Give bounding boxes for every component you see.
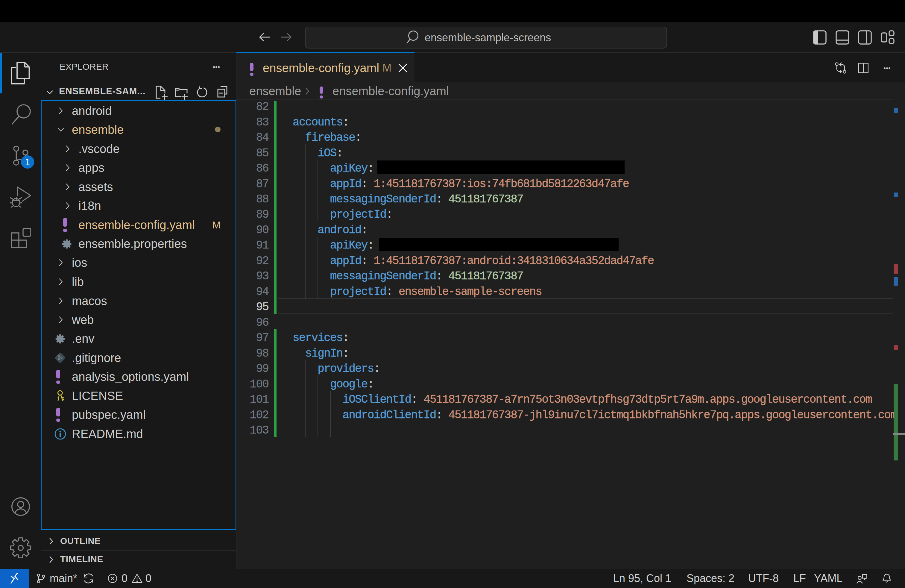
svg-text:1: 1 — [25, 157, 30, 167]
